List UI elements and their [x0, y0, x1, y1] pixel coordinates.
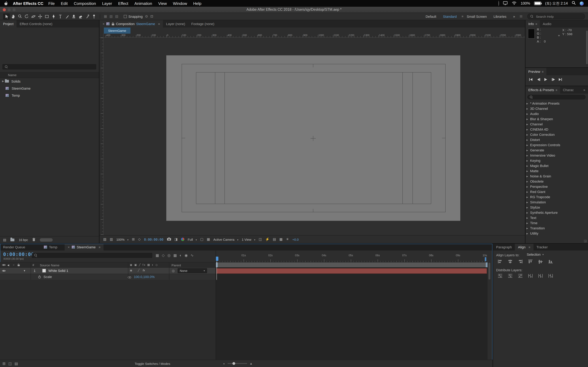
parent-dropdown[interactable]: None ▾	[178, 268, 207, 273]
menu-app-name[interactable]: After Effects CC	[13, 1, 43, 6]
project-settings-icon[interactable]: ▤	[3, 238, 6, 242]
close-icon[interactable]: ×	[103, 22, 104, 26]
next-frame-button[interactable]	[550, 77, 556, 82]
layer-video-switch[interactable]	[2, 269, 6, 272]
workspace-bar-icon-3[interactable]: ▨	[115, 14, 118, 18]
track-area[interactable]	[216, 267, 488, 360]
project-item-label[interactable]: SteemGame	[12, 86, 31, 90]
help-search-box[interactable]	[527, 13, 585, 19]
resolution-menu[interactable]: Full ▾	[188, 237, 197, 241]
ruler-corner[interactable]	[100, 34, 104, 38]
snap-option-icon-2[interactable]: ⊡	[150, 14, 153, 18]
rotation-tool[interactable]	[23, 13, 30, 19]
workspace-default[interactable]: Default	[425, 15, 436, 18]
column-number[interactable]: #	[33, 263, 34, 267]
brush-tool[interactable]	[64, 13, 70, 19]
eraser-tool[interactable]	[77, 13, 84, 19]
effects-category[interactable]: Text	[526, 215, 588, 220]
vertical-ruler[interactable]	[100, 38, 104, 235]
previous-frame-button[interactable]	[535, 77, 541, 82]
expand-in-point-icon[interactable]: ⊞	[2, 361, 6, 366]
menu-item[interactable]: Help	[193, 1, 201, 6]
effects-category[interactable]: Expression Controls	[526, 142, 588, 148]
workspace-libraries[interactable]: Libraries	[493, 15, 506, 18]
align-horizontal-center-button[interactable]	[507, 259, 514, 264]
expander-icon[interactable]: ▶	[1, 80, 5, 83]
menu-item[interactable]: Composition	[74, 1, 96, 6]
property-name[interactable]: Scale	[43, 275, 52, 279]
puppet-pin-tool[interactable]	[91, 13, 97, 19]
lock-column-icon[interactable]	[17, 264, 20, 266]
layer-duration-bar[interactable]	[216, 268, 487, 274]
rectangle-tool[interactable]	[43, 13, 50, 19]
effects-category[interactable]: Immersive Video	[526, 153, 588, 158]
playhead-handle[interactable]	[216, 257, 218, 261]
pen-tool[interactable]	[50, 13, 57, 19]
draft-3d-icon[interactable]: ◇	[162, 253, 164, 258]
tab-temp-comp[interactable]: Temp	[40, 244, 60, 250]
white-solid-layer[interactable]	[166, 55, 460, 221]
effects-category[interactable]: Simulation	[526, 200, 588, 205]
zoom-tool[interactable]	[17, 13, 23, 19]
align-layers-dropdown[interactable]: Selection ▾	[527, 253, 544, 256]
reset-exposure-icon[interactable]: ☀	[286, 237, 289, 241]
distribute-horizontal-center-button[interactable]	[537, 273, 544, 278]
composition-viewport[interactable]	[104, 38, 525, 235]
menu-item[interactable]: File	[48, 1, 55, 6]
work-area-end-handle[interactable]	[486, 262, 488, 267]
panel-menu-icon[interactable]: ≡	[158, 22, 160, 25]
tab-preview[interactable]: Preview≡	[526, 68, 546, 75]
view-layout-menu[interactable]: 1 View ▾	[242, 237, 255, 241]
effects-category[interactable]: Matte	[526, 168, 588, 174]
layer-color-swatch[interactable]	[42, 269, 46, 273]
tab-effects-presets[interactable]: Effects & Presets≡	[526, 86, 560, 94]
pixel-aspect-icon[interactable]: ◫	[259, 237, 262, 241]
apple-menu-icon[interactable]	[4, 0, 9, 6]
first-frame-button[interactable]	[528, 77, 534, 82]
help-search-input[interactable]	[535, 14, 582, 18]
snapshot-icon[interactable]	[167, 237, 171, 241]
graph-editor-icon[interactable]: ∿	[190, 253, 194, 258]
parent-pickwhip-icon[interactable]: ◎	[172, 269, 175, 273]
timeline-scrollbar[interactable]	[488, 263, 490, 280]
align-top-button[interactable]	[527, 259, 534, 264]
tab-audio[interactable]: Audio	[540, 20, 554, 27]
effects-category[interactable]: 3D Channel	[526, 106, 588, 111]
tab-paragraph[interactable]: Paragraph	[493, 244, 515, 250]
column-parent[interactable]: Parent	[172, 263, 181, 267]
layer-fx-switch[interactable]: fx	[143, 268, 145, 272]
column-name[interactable]: Name	[8, 73, 17, 77]
zoom-slider-thumb[interactable]	[233, 362, 235, 365]
flowchart-button-icon[interactable]: ▩	[279, 237, 283, 241]
zoom-out-mountain-icon[interactable]: ▲	[223, 362, 225, 365]
effects-category[interactable]: Generate	[526, 148, 588, 153]
project-item-steemgame[interactable]: SteemGame	[0, 85, 99, 92]
workspace-standard[interactable]: Standard	[443, 15, 457, 18]
fast-previews-icon[interactable]: ⚡	[265, 237, 269, 241]
timeline-button-icon[interactable]: ▤	[273, 237, 276, 241]
siri-icon[interactable]	[580, 1, 584, 5]
project-item-label[interactable]: Temp	[12, 93, 20, 97]
effects-category[interactable]: Blur & Sharpen	[526, 117, 588, 122]
last-frame-button[interactable]	[557, 77, 563, 82]
tab-info[interactable]: Info≡	[526, 20, 540, 27]
corner-grip-icon[interactable]: ◲	[584, 239, 587, 242]
panel-menu-icon[interactable]: ≡	[536, 22, 537, 25]
tab-overflow-icon[interactable]: »	[581, 86, 588, 94]
workspace-small-screen[interactable]: Small Screen	[467, 15, 487, 18]
menu-item[interactable]: View	[158, 1, 167, 6]
distribute-left-button[interactable]	[527, 273, 534, 278]
horizontal-ruler[interactable]: 4003002001000100200300400500600700800900…	[104, 34, 525, 38]
solo-column-icon[interactable]: ○	[13, 263, 15, 266]
grid-guides-icon[interactable]: ⊞	[132, 237, 135, 241]
effects-search-input[interactable]	[534, 95, 583, 99]
project-item-label[interactable]: Solids	[11, 79, 20, 83]
tab-footage[interactable]: Footage (none)	[188, 20, 217, 27]
effects-category[interactable]: Channel	[526, 122, 588, 127]
panel-menu-icon[interactable]: ≡	[555, 88, 557, 92]
toggle-switches-modes-button[interactable]: Toggle Switches / Modes	[135, 362, 170, 365]
frame-blending-icon[interactable]: ▩	[173, 253, 177, 258]
menubar-extra-icon[interactable]	[498, 1, 499, 6]
project-search-box[interactable]	[2, 64, 96, 69]
scale-value[interactable]: 100.0,100.0%	[134, 275, 155, 279]
